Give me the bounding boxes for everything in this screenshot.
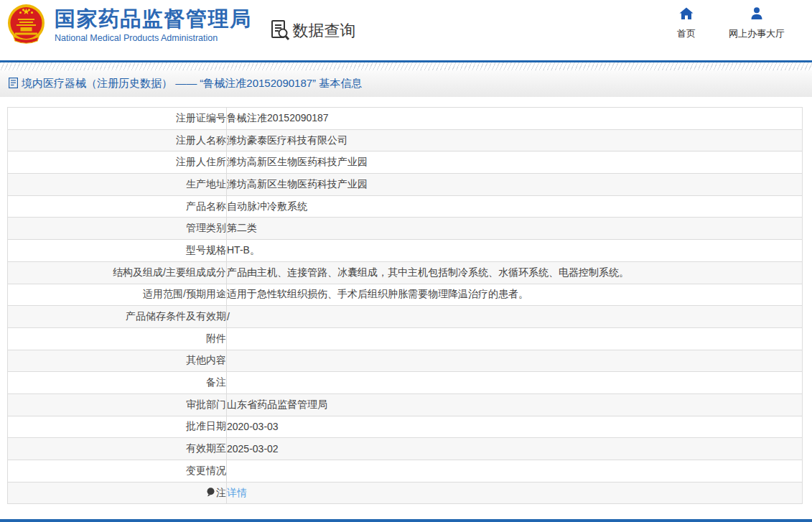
top-nav: 首页 网上办事大厅 [677, 0, 812, 40]
table-row: 产品储存条件及有效期/ [8, 306, 803, 328]
row-label: 有效期至 [8, 438, 227, 460]
row-label: 适用范围/预期用途 [8, 284, 227, 306]
row-label: 批准日期 [8, 416, 227, 438]
row-label: 产品储存条件及有效期 [8, 306, 227, 328]
site-title: 国家药品监督管理局 [55, 7, 252, 31]
row-value-note: 详情 [227, 482, 803, 504]
table-row: 其他内容 [8, 350, 803, 372]
row-label: 注册人住所 [8, 152, 227, 174]
document-search-icon [269, 19, 291, 45]
row-value [227, 327, 803, 350]
row-label: 产品名称 [8, 195, 227, 218]
row-value: 自动脉冲冷敷系统 [227, 195, 803, 218]
row-label: 备注 [8, 372, 227, 394]
table-row: 注册人名称潍坊豪泰医疗科技有限公司 [8, 129, 803, 152]
row-value: / [227, 306, 803, 328]
table-row: 结构及组成/主要组成成分产品由主机、连接管路、冰囊组成，其中主机包括制冷系统、水… [8, 261, 803, 284]
row-value: 产品由主机、连接管路、冰囊组成，其中主机包括制冷系统、水循环系统、电器控制系统。 [227, 261, 803, 284]
note-icon [207, 488, 215, 499]
row-value: 2020-03-03 [227, 416, 803, 438]
table-row: 批准日期2020-03-03 [8, 416, 803, 438]
table-row: 适用范围/预期用途适用于急性软组织损伤、手术后组织肿胀需要物理降温治疗的患者。 [8, 284, 803, 306]
row-label: 注 [216, 487, 226, 498]
nav-service-hall-label: 网上办事大厅 [729, 27, 785, 40]
row-label: 其他内容 [8, 350, 227, 372]
table-row: 附件 [8, 327, 803, 350]
row-value: HT-B。 [227, 240, 803, 262]
row-value: 鲁械注准20152090187 [227, 108, 803, 130]
row-label: 结构及组成/主要组成成分 [8, 261, 227, 284]
table-row: 审批部门山东省药品监督管理局 [8, 393, 803, 416]
row-label: 型号规格 [8, 240, 227, 262]
row-value: 适用于急性软组织损伤、手术后组织肿胀需要物理降温治疗的患者。 [227, 284, 803, 306]
row-label: 附件 [8, 327, 227, 350]
row-label: 注册人名称 [8, 129, 227, 152]
national-emblem-icon [7, 4, 45, 45]
row-value [227, 372, 803, 394]
table-row: 型号规格HT-B。 [8, 240, 803, 262]
site-title-en: National Medical Products Administration [55, 33, 252, 43]
row-value: 第二类 [227, 218, 803, 240]
row-label-note: 注 [8, 482, 227, 504]
document-icon [9, 78, 18, 91]
detail-link[interactable]: 详情 [227, 487, 247, 498]
nav-service-hall[interactable]: 网上办事大厅 [729, 7, 785, 40]
table-row: 注册证编号鲁械注准20152090187 [8, 108, 803, 130]
row-value: 潍坊高新区生物医药科技产业园 [227, 152, 803, 174]
page-title: 境内医疗器械（注册历史数据） —— “鲁械注准20152090187” 基本信息 [22, 77, 362, 90]
row-label: 变更情况 [8, 460, 227, 483]
table-row: 管理类别第二类 [8, 218, 803, 240]
row-value: 山东省药品监督管理局 [227, 393, 803, 416]
row-label: 生产地址 [8, 174, 227, 196]
table-row: 注 详情 [8, 482, 803, 504]
nav-home[interactable]: 首页 [677, 7, 696, 40]
table-row: 产品名称自动脉冲冷敷系统 [8, 195, 803, 218]
row-value [227, 350, 803, 372]
row-value: 潍坊豪泰医疗科技有限公司 [227, 129, 803, 152]
table-row: 生产地址潍坊高新区生物医药科技产业园 [8, 174, 803, 196]
brand-block: 国家药品监督管理局 National Medical Products Admi… [55, 4, 252, 45]
hatch-texture-band [0, 62, 812, 70]
table-row: 有效期至2025-03-02 [8, 438, 803, 460]
row-label: 注册证编号 [8, 108, 227, 130]
row-label: 审批部门 [8, 393, 227, 416]
top-header: 国家药品监督管理局 National Medical Products Admi… [0, 0, 812, 60]
table-row: 注册人住所潍坊高新区生物医药科技产业园 [8, 152, 803, 174]
nmpa-logo-link[interactable]: 国家药品监督管理局 National Medical Products Admi… [7, 4, 252, 45]
registration-info-table: 注册证编号鲁械注准20152090187 注册人名称潍坊豪泰医疗科技有限公司 注… [7, 107, 803, 504]
page-title-bar: 境内医疗器械（注册历史数据） —— “鲁械注准20152090187” 基本信息 [0, 70, 812, 97]
row-value: 潍坊高新区生物医药科技产业园 [227, 174, 803, 196]
data-query-label: 数据查询 [293, 20, 356, 42]
home-icon [679, 7, 694, 23]
table-row: 备注 [8, 372, 803, 394]
row-value: 2025-03-02 [227, 438, 803, 460]
row-label: 管理类别 [8, 218, 227, 240]
user-icon [750, 7, 764, 23]
row-value [227, 460, 803, 483]
bottom-divider [0, 519, 812, 522]
registration-info-table-wrap: 注册证编号鲁械注准20152090187 注册人名称潍坊豪泰医疗科技有限公司 注… [7, 107, 803, 504]
table-row: 变更情况 [8, 460, 803, 483]
data-query-section[interactable]: 数据查询 [269, 17, 356, 45]
nav-home-label: 首页 [677, 27, 696, 40]
